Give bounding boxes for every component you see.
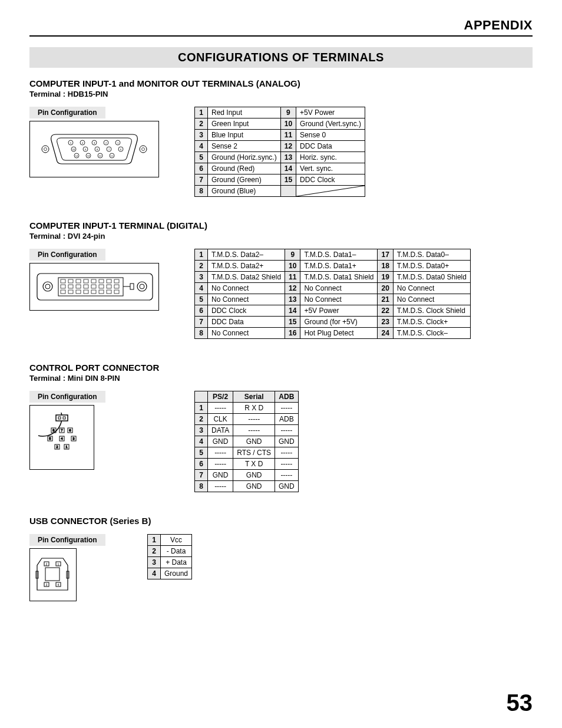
pin-num: 13	[280, 152, 296, 163]
pin-num: 9	[280, 107, 296, 118]
svg-rect-42	[84, 279, 88, 283]
adb-val: GND	[275, 481, 299, 492]
control-config-label: Pin Configuration	[29, 391, 105, 403]
pin-num: 1	[148, 535, 161, 546]
pin-desc: +5V Power	[300, 305, 378, 317]
pin-desc: + Data	[161, 557, 192, 568]
pin-num: 19	[378, 272, 393, 283]
ps2-val: DATA	[208, 425, 233, 436]
pin-desc: Ground (Green)	[208, 174, 281, 186]
svg-rect-44	[99, 279, 104, 283]
pin-num: 5	[195, 152, 208, 163]
pin-desc: Ground (Red)	[208, 163, 281, 174]
svg-text:13: 13	[87, 154, 90, 157]
pin-num: 10	[280, 118, 296, 130]
dvi-diagram	[29, 263, 159, 311]
pin-desc: T.M.D.S. Data2–	[208, 249, 285, 261]
adb-val: -----	[275, 470, 299, 481]
svg-text:8: 8	[52, 429, 55, 432]
pin-num: 4	[195, 436, 208, 447]
ps2-val: -----	[208, 459, 233, 470]
svg-rect-54	[114, 285, 119, 288]
svg-text:2: 2	[56, 445, 58, 449]
din8-diagram: 8 7 6 5 4 3 2 1	[29, 405, 94, 470]
pin-desc: T.M.D.S. Clock+	[393, 317, 470, 328]
pin-desc: No Connect	[393, 294, 470, 305]
svg-rect-55	[61, 290, 65, 294]
pin-num: 12	[280, 141, 296, 152]
pin-desc: Hot Plug Detect	[300, 328, 378, 339]
table-row: 7DDC Data15Ground (for +5V)23T.M.D.S. Cl…	[195, 317, 471, 328]
svg-text:6: 6	[69, 429, 71, 432]
pin-num: 23	[378, 317, 393, 328]
svg-rect-45	[107, 279, 111, 283]
pin-desc: Sense 2	[208, 141, 281, 152]
svg-rect-53	[107, 285, 111, 288]
pin-desc: T.M.D.S. Data2 Shield	[208, 272, 285, 283]
table-row: 7GNDGND-----	[195, 470, 299, 481]
table-row: 4Ground	[148, 568, 192, 579]
pin-num: 2	[148, 546, 161, 557]
table-row: 2- Data	[148, 546, 192, 557]
analog-title: COMPUTER INPUT-1 and MONITOR OUT TERMINA…	[29, 78, 533, 88]
table-row: 2Green Input10Ground (Vert.sync.)	[195, 118, 365, 130]
table-row: 5No Connect13No Connect21No Connect	[195, 294, 471, 305]
analog-sub: Terminal : HDB15-PIN	[29, 90, 533, 98]
usb-config-label: Pin Configuration	[29, 534, 105, 546]
ps2-val: -----	[208, 403, 233, 414]
pin-desc: Ground (Vert.sync.)	[296, 118, 365, 130]
svg-point-37	[140, 284, 144, 289]
svg-text:3: 3	[94, 141, 95, 144]
pin-num: 4	[195, 283, 208, 294]
pin-desc: DDC Clock	[208, 305, 285, 317]
pin-desc: No Connect	[208, 328, 285, 339]
table-row: 4Sense 212DDC Data	[195, 141, 365, 152]
svg-text:11: 11	[111, 154, 114, 157]
digital-title: COMPUTER INPUT-1 TERMINAL (DIGITAL)	[29, 220, 533, 230]
pin-desc: Ground	[161, 568, 192, 579]
svg-rect-51	[91, 285, 96, 288]
pin-num: 11	[280, 130, 296, 141]
pin-num: 5	[195, 447, 208, 459]
pin-desc: T.M.D.S. Data0 Shield	[393, 272, 470, 283]
svg-rect-65	[56, 415, 68, 421]
usb-title: USB CONNECTOR (Series B)	[29, 516, 533, 526]
control-title: CONTROL PORT CONNECTOR	[29, 363, 533, 373]
pin-desc: T.M.D.S. Data0+	[393, 261, 470, 272]
digital-sub: Terminal : DVI 24-pin	[29, 232, 533, 241]
pin-num: 20	[378, 283, 393, 294]
pin-num: 13	[285, 294, 300, 305]
analog-pin-table: 1Red Input9+5V Power2Green Input10Ground…	[194, 107, 365, 197]
pin-num: 24	[378, 328, 393, 339]
svg-rect-46	[114, 279, 119, 283]
pin-desc: No Connect	[300, 294, 378, 305]
digital-pin-table: 1T.M.D.S. Data2–9T.M.D.S. Data1–17T.M.D.…	[194, 249, 471, 339]
pin-num-empty	[280, 186, 296, 197]
pin-desc: Ground (Horiz.sync.)	[208, 152, 281, 163]
col-header: PS/2	[208, 391, 233, 403]
pin-num: 3	[195, 272, 208, 283]
pin-desc: T.M.D.S. Data1+	[300, 261, 378, 272]
svg-rect-43	[91, 279, 96, 283]
svg-rect-47	[61, 285, 65, 288]
table-row: 1T.M.D.S. Data2–9T.M.D.S. Data1–17T.M.D.…	[195, 249, 471, 261]
ps2-val: -----	[208, 481, 233, 492]
svg-rect-38	[58, 278, 123, 296]
pin-num: 6	[195, 459, 208, 470]
pin-num: 4	[148, 568, 161, 579]
svg-text:6: 6	[120, 148, 122, 151]
pin-num: 4	[195, 141, 208, 152]
pin-num: 14	[280, 163, 296, 174]
pin-num: 7	[195, 317, 208, 328]
usb-b-diagram: 2 1 3 4	[29, 548, 77, 601]
pin-num: 15	[280, 174, 296, 186]
svg-text:7: 7	[108, 148, 110, 151]
svg-rect-61	[107, 290, 111, 294]
pin-desc: - Data	[161, 546, 192, 557]
col-header: Serial	[233, 391, 275, 403]
adb-val: GND	[275, 436, 299, 447]
pin-desc: Horiz. sync.	[296, 152, 365, 163]
hdb15-diagram: 54321 109876 14131211	[29, 121, 159, 177]
pin-num: 21	[378, 294, 393, 305]
pin-desc: No Connect	[208, 283, 285, 294]
